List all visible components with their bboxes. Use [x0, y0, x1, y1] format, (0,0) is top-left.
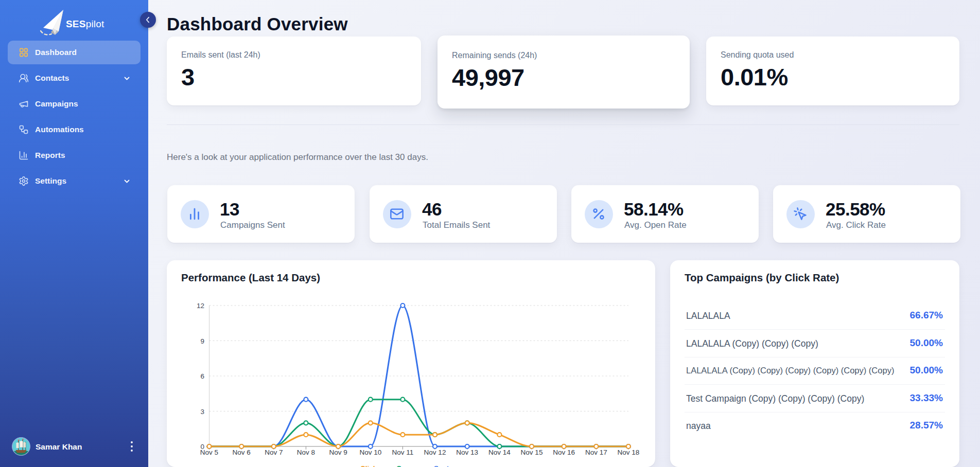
svg-text:Nov 12: Nov 12 [424, 448, 446, 456]
svg-text:Nov 7: Nov 7 [265, 448, 283, 456]
svg-text:Nov 9: Nov 9 [329, 448, 347, 456]
svg-text:9: 9 [200, 337, 204, 345]
svg-text:Sent: Sent [434, 464, 449, 467]
svg-text:Nov 5: Nov 5 [200, 448, 218, 456]
svg-text:3: 3 [200, 408, 204, 416]
svg-text:Nov 10: Nov 10 [359, 448, 381, 456]
svg-text:Nov 15: Nov 15 [521, 448, 543, 456]
svg-text:Opens: Opens [396, 464, 418, 467]
svg-text:Nov 16: Nov 16 [553, 448, 575, 456]
svg-text:Nov 8: Nov 8 [297, 448, 315, 456]
svg-text:Nov 14: Nov 14 [488, 448, 511, 456]
svg-text:6: 6 [200, 372, 204, 380]
svg-text:Nov 13: Nov 13 [456, 448, 478, 456]
svg-text:12: 12 [197, 302, 204, 310]
svg-text:Nov 17: Nov 17 [585, 448, 607, 456]
svg-text:Nov 11: Nov 11 [392, 448, 414, 456]
svg-text:Clicks: Clicks [360, 464, 381, 467]
svg-text:Nov 6: Nov 6 [233, 448, 251, 456]
svg-text:Nov 18: Nov 18 [618, 448, 640, 456]
